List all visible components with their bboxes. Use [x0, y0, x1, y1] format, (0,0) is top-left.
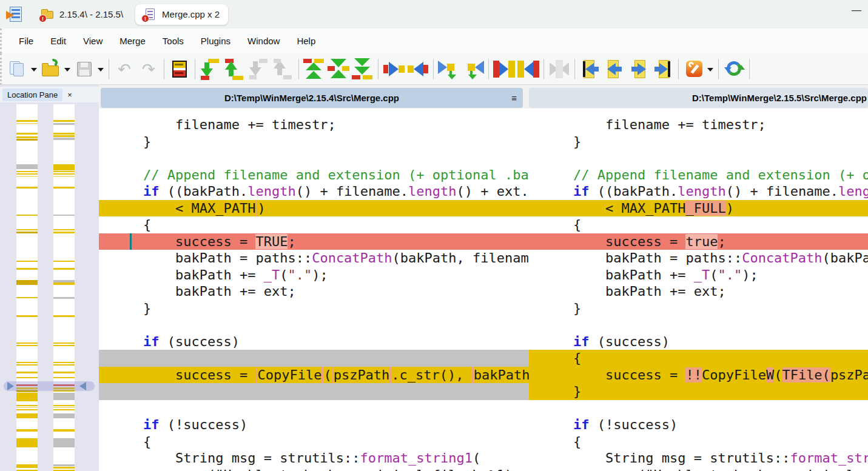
- menu-window[interactable]: Window: [239, 32, 288, 50]
- code-line[interactable]: {: [99, 216, 529, 233]
- code-line[interactable]: String msg = strutils::format_string1(: [99, 450, 529, 467]
- copy-left-button[interactable]: [406, 56, 430, 82]
- location-column-left[interactable]: [16, 104, 38, 471]
- code-line[interactable]: // Append filename and extension (+ opti…: [99, 167, 529, 184]
- first-file-button[interactable]: [578, 56, 602, 82]
- code-line[interactable]: [529, 150, 868, 167]
- code-line[interactable]: // Append filename and extension (+ opti…: [529, 167, 868, 184]
- next-conflict-button[interactable]: [247, 56, 271, 82]
- code-line[interactable]: [99, 400, 529, 417]
- code-line[interactable]: }: [529, 300, 868, 317]
- left-code-area[interactable]: filename += timestr; } // Append filenam…: [99, 109, 529, 471]
- right-pane-header[interactable]: D:\Temp\WinMerge\2.15.5\Src\Merge.cpp: [529, 88, 868, 108]
- options-button[interactable]: [682, 56, 706, 82]
- last-difference-button[interactable]: [351, 56, 375, 82]
- code-line[interactable]: bakPath = paths::ConcatPath(bakPath, fil…: [529, 250, 868, 267]
- new-button[interactable]: [5, 56, 30, 82]
- tab-folder-compare[interactable]: ! 2.15.4\ - 2.15.5\: [33, 4, 132, 25]
- copy-all-right-button[interactable]: [492, 56, 516, 82]
- save-button[interactable]: [72, 56, 96, 82]
- menu-tools[interactable]: Tools: [154, 32, 192, 50]
- redo-button[interactable]: ↷: [136, 56, 161, 82]
- code-line[interactable]: }: [529, 133, 868, 150]
- code-line[interactable]: bakPath += _T(".");: [529, 267, 868, 284]
- new-dropdown[interactable]: [30, 56, 39, 82]
- last-file-button[interactable]: [651, 56, 675, 82]
- open-button[interactable]: [39, 56, 63, 82]
- previous-file-button[interactable]: [602, 56, 627, 82]
- diff-stripe: [16, 280, 38, 285]
- code-line[interactable]: success = true;: [529, 233, 868, 250]
- code-line[interactable]: < MAX_PATH_FULL): [529, 200, 868, 217]
- code-line[interactable]: success = CopyFile(pszPath.c_str(), bakP…: [99, 367, 529, 384]
- copy-all-left-button[interactable]: [516, 56, 540, 82]
- code-line[interactable]: bakPath += ext;: [99, 283, 529, 300]
- code-line[interactable]: bakPath += _T(".");: [99, 267, 529, 284]
- menu-view[interactable]: View: [75, 32, 111, 50]
- auto-merge-button[interactable]: [547, 56, 571, 82]
- code-line[interactable]: bakPath = paths::ConcatPath(bakPath, fil…: [99, 250, 529, 267]
- close-icon[interactable]: ×: [67, 90, 72, 99]
- code-line[interactable]: }: [529, 383, 868, 400]
- save-dropdown[interactable]: [96, 56, 106, 82]
- options-dropdown[interactable]: [706, 56, 715, 82]
- code-line[interactable]: {: [529, 433, 868, 450]
- diff-stripe: [16, 187, 38, 189]
- next-difference-button[interactable]: [198, 56, 223, 82]
- menu-merge[interactable]: Merge: [111, 32, 154, 50]
- code-line[interactable]: [529, 400, 868, 417]
- code-line[interactable]: success = TRUE;: [99, 233, 529, 250]
- folder-compare-icon: !: [41, 8, 55, 21]
- right-code-area[interactable]: filename += timestr; } // Append filenam…: [529, 109, 868, 471]
- code-line[interactable]: }: [99, 133, 529, 150]
- code-line[interactable]: if (!success): [99, 416, 529, 433]
- code-line[interactable]: bakPath += ext;: [529, 283, 868, 300]
- undo-button[interactable]: ↶: [112, 56, 136, 82]
- code-line[interactable]: < MAX_PATH): [99, 200, 529, 217]
- code-line[interactable]: [529, 316, 868, 333]
- code-line[interactable]: if (success): [529, 333, 868, 350]
- code-line[interactable]: ("Unable to backup original: [529, 467, 868, 471]
- code-line[interactable]: {: [99, 433, 529, 450]
- copy-right-and-advance-button[interactable]: [437, 56, 461, 82]
- current-difference-button[interactable]: [326, 56, 351, 82]
- code-line[interactable]: [99, 316, 529, 333]
- code-line[interactable]: {: [529, 216, 868, 233]
- code-line[interactable]: success = !!CopyFileW(TFile(pszPath.c_st…: [529, 367, 868, 384]
- code-line[interactable]: if (success): [99, 333, 529, 350]
- previous-difference-button[interactable]: [223, 56, 247, 82]
- previous-conflict-button[interactable]: [271, 56, 295, 82]
- code-line[interactable]: String msg = strutils::format_string1(: [529, 450, 868, 467]
- menu-file[interactable]: File: [10, 32, 42, 50]
- header-menu-icon[interactable]: ≡: [511, 93, 517, 103]
- minimize-button[interactable]: —: [850, 5, 863, 18]
- menu-help[interactable]: Help: [288, 32, 324, 50]
- code-line[interactable]: [99, 150, 529, 167]
- tab-merge-cpp[interactable]: ! Merge.cpp x 2: [135, 4, 228, 25]
- code-line[interactable]: filename += timestr;: [99, 116, 529, 133]
- refresh-button[interactable]: [722, 56, 746, 82]
- copy-left-and-advance-button[interactable]: [461, 56, 485, 82]
- code-line[interactable]: if ((bakPath.length() + filename.length(…: [99, 183, 529, 200]
- code-line[interactable]: }: [99, 300, 529, 317]
- code-line[interactable]: ("Unable to backup original file.\ %1): [99, 467, 529, 471]
- copy-right-button[interactable]: [382, 56, 406, 82]
- next-file-button[interactable]: [627, 56, 651, 82]
- highlight-differences-button[interactable]: [167, 56, 192, 82]
- code-token: {: [541, 434, 581, 449]
- first-difference-button[interactable]: [302, 56, 326, 82]
- location-pane[interactable]: Location Pane ×: [0, 85, 99, 471]
- code-line[interactable]: {: [529, 350, 868, 367]
- code-line[interactable]: if ((bakPath.length() + filename.length(…: [529, 183, 868, 200]
- code-token: if: [143, 417, 160, 432]
- menu-plugins[interactable]: Plugins: [192, 32, 239, 50]
- code-token: pszPath.c_str(),: [830, 367, 868, 382]
- code-line[interactable]: if (!success): [529, 416, 868, 433]
- code-line[interactable]: [99, 383, 529, 400]
- left-pane-header[interactable]: D:\Temp\WinMerge\2.15.4\Src\Merge.cpp ≡: [101, 88, 523, 108]
- menu-edit[interactable]: Edit: [42, 32, 75, 50]
- code-line[interactable]: filename += timestr;: [529, 116, 868, 133]
- open-dropdown[interactable]: [63, 56, 72, 82]
- location-column-right[interactable]: [53, 104, 75, 471]
- code-line[interactable]: [99, 350, 529, 367]
